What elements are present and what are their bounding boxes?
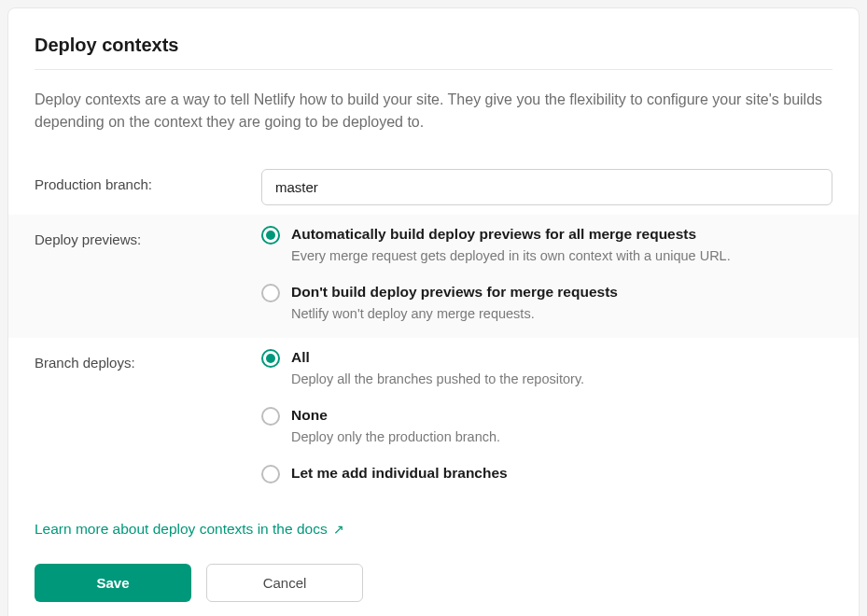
deploy-contexts-card: Deploy contexts Deploy contexts are a wa…: [7, 7, 860, 616]
deploy-previews-label: Deploy previews:: [35, 224, 261, 247]
production-branch-row: Production branch:: [35, 160, 832, 215]
radio-content: All Deploy all the branches pushed to th…: [291, 347, 832, 388]
deploy-previews-option-none[interactable]: Don't build deploy previews for merge re…: [261, 282, 832, 323]
branch-deploys-option-all[interactable]: All Deploy all the branches pushed to th…: [261, 347, 832, 388]
cancel-button[interactable]: Cancel: [206, 564, 363, 602]
production-branch-label: Production branch:: [35, 169, 261, 192]
radio-unchecked-icon: [261, 284, 280, 302]
docs-link-text: Learn more about deploy contexts in the …: [35, 521, 328, 538]
deploy-previews-option-auto[interactable]: Automatically build deploy previews for …: [261, 224, 832, 265]
branch-deploys-option-none[interactable]: None Deploy only the production branch.: [261, 405, 832, 446]
branch-deploys-control: All Deploy all the branches pushed to th…: [261, 347, 832, 489]
radio-unchecked-icon: [261, 407, 280, 426]
branch-deploys-row: Branch deploys: All Deploy all the branc…: [35, 338, 832, 498]
radio-title: Automatically build deploy previews for …: [291, 224, 832, 245]
branch-deploys-label: Branch deploys:: [35, 347, 261, 371]
radio-title: Let me add individual branches: [291, 463, 832, 483]
external-link-icon: ↗: [333, 522, 344, 537]
save-button[interactable]: Save: [35, 564, 191, 602]
production-branch-control: [261, 169, 832, 205]
radio-title: Don't build deploy previews for merge re…: [291, 282, 832, 302]
docs-link[interactable]: Learn more about deploy contexts in the …: [35, 521, 344, 538]
radio-content: Automatically build deploy previews for …: [291, 224, 832, 265]
button-row: Save Cancel: [35, 564, 832, 602]
radio-checked-icon: [261, 349, 280, 368]
card-title: Deploy contexts: [35, 35, 832, 56]
radio-desc: Deploy only the production branch.: [291, 427, 832, 446]
card-description: Deploy contexts are a way to tell Netlif…: [35, 89, 832, 133]
radio-content: Let me add individual branches: [291, 463, 832, 483]
deploy-previews-row: Deploy previews: Automatically build dep…: [8, 215, 859, 338]
radio-dot-icon: [266, 354, 275, 363]
branch-deploys-option-individual[interactable]: Let me add individual branches: [261, 463, 832, 483]
radio-title: All: [291, 347, 832, 368]
radio-desc: Netlify won't deploy any merge requests.: [291, 304, 832, 323]
radio-title: None: [291, 405, 832, 426]
deploy-previews-control: Automatically build deploy previews for …: [261, 224, 832, 329]
radio-dot-icon: [266, 231, 275, 240]
production-branch-input[interactable]: [261, 169, 832, 205]
radio-content: None Deploy only the production branch.: [291, 405, 832, 446]
radio-desc: Every merge request gets deployed in its…: [291, 246, 832, 265]
radio-desc: Deploy all the branches pushed to the re…: [291, 370, 832, 388]
radio-unchecked-icon: [261, 465, 280, 483]
radio-content: Don't build deploy previews for merge re…: [291, 282, 832, 323]
title-divider: [35, 69, 832, 70]
radio-checked-icon: [261, 226, 280, 245]
